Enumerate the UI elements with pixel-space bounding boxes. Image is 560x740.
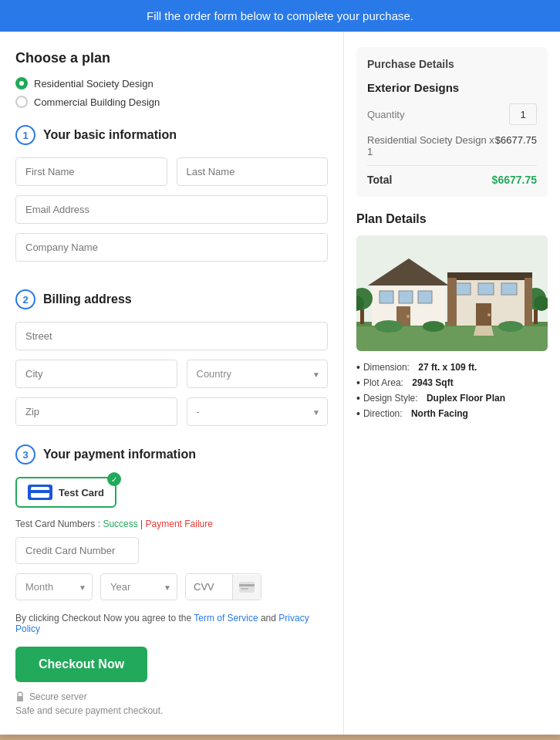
month-select-wrapper: Month ▼ [15, 573, 93, 600]
svg-point-15 [407, 315, 410, 318]
plan-option-commercial-label: Commercial Building Design [34, 96, 160, 108]
svg-rect-16 [455, 283, 471, 295]
plan-options: Residential Society Design Commercial Bu… [15, 77, 328, 108]
step1-number: 1 [15, 125, 35, 145]
plan-details-section: Plan Details [356, 212, 548, 419]
first-name-input[interactable] [15, 157, 167, 186]
total-row: Total $6677.75 [367, 174, 537, 186]
last-name-input[interactable] [177, 157, 329, 186]
svg-rect-2 [241, 588, 248, 590]
billing-section: 2 Billing address Country ▼ [15, 289, 328, 426]
plan-plot: Plot Area: 2943 Sqft [356, 377, 548, 388]
svg-rect-0 [239, 582, 255, 593]
zip-input[interactable] [15, 397, 177, 426]
credit-card-input[interactable] [15, 537, 139, 564]
card-icon [28, 485, 52, 500]
plan-option-residential[interactable]: Residential Society Design [15, 77, 328, 90]
step1-header: 1 Your basic information [15, 125, 328, 145]
test-card-numbers: Test Card Numbers : Success | Payment Fa… [15, 519, 328, 529]
cvv-input[interactable] [186, 574, 232, 600]
svg-rect-18 [501, 283, 517, 295]
success-link[interactable]: Success [103, 519, 137, 529]
svg-point-30 [498, 321, 523, 332]
svg-rect-32 [525, 278, 532, 326]
quantity-label: Quantity [367, 109, 404, 120]
test-card-label: Test Card Numbers : [15, 519, 100, 529]
country-select-wrapper: Country ▼ [187, 360, 329, 388]
month-select[interactable]: Month [15, 573, 93, 600]
plan-direction: Direction: North Facing [356, 408, 548, 419]
plan-option-commercial[interactable]: Commercial Building Design [15, 96, 328, 108]
svg-point-20 [487, 313, 491, 316]
total-label: Total [367, 174, 392, 186]
secure-row: Secure server [15, 691, 328, 702]
item-price: $6677.75 [495, 134, 537, 146]
step2-number: 2 [15, 289, 35, 309]
name-row [15, 157, 328, 186]
state-select[interactable]: - [187, 397, 329, 426]
terms-text: By clicking Checkout Now you agree to th… [15, 613, 328, 634]
svg-rect-3 [17, 696, 23, 701]
svg-rect-10 [447, 272, 532, 280]
quantity-value: 1 [509, 103, 537, 125]
checkout-button[interactable]: Checkout Now [15, 647, 147, 682]
purchase-details-box: Purchase Details Exterior Designs Quanti… [356, 47, 548, 197]
house-image [356, 235, 548, 351]
dimension-label: Dimension: [363, 362, 410, 373]
year-select-wrapper: Year ▼ [100, 573, 177, 600]
terms-mid: and [261, 613, 278, 623]
plot-value: 2943 Sqft [412, 377, 453, 388]
item-row: Residential Society Design x 1 $6677.75 [367, 134, 537, 157]
svg-point-28 [375, 320, 403, 333]
svg-rect-13 [418, 291, 432, 303]
payment-section: 3 Your payment information Test Card ✓ T… [15, 444, 328, 716]
test-card-option[interactable]: Test Card ✓ [15, 477, 116, 508]
country-select[interactable]: Country [187, 360, 329, 388]
total-price: $6677.75 [492, 174, 537, 186]
card-label-text: Test Card [59, 487, 104, 498]
city-input[interactable] [15, 360, 177, 388]
top-banner: Fill the order form below to complete yo… [0, 0, 560, 32]
choose-plan-title: Choose a plan [15, 50, 328, 66]
radio-commercial[interactable] [15, 96, 28, 108]
email-input[interactable] [15, 195, 328, 224]
item-name: Residential Society Design x 1 [367, 134, 495, 157]
checkout-label: Checkout Now [39, 657, 124, 671]
direction-label: Direction: [363, 408, 403, 419]
banner-text: Fill the order form below to complete yo… [147, 9, 413, 22]
svg-rect-17 [478, 283, 494, 295]
direction-value: North Facing [411, 408, 468, 419]
street-input[interactable] [15, 322, 328, 350]
plan-details-title: Plan Details [356, 212, 548, 226]
card-icon-inner [31, 487, 49, 498]
plot-label: Plot Area: [363, 377, 403, 388]
year-select[interactable]: Year [100, 573, 177, 600]
secure-label: Secure server [29, 691, 87, 702]
failure-link[interactable]: Payment Failure [146, 519, 213, 529]
exterior-designs-title: Exterior Designs [367, 81, 537, 94]
step3-number: 3 [15, 444, 35, 465]
expiry-row: Month ▼ Year ▼ [15, 573, 328, 600]
radio-residential[interactable] [15, 77, 28, 90]
plan-style: Design Style: Duplex Floor Plan [356, 393, 548, 404]
plan-details-list: Dimension: 27 ft. x 109 ft. Plot Area: 2… [356, 362, 548, 419]
step3-title: Your payment information [43, 448, 196, 461]
quantity-row: Quantity 1 [367, 103, 537, 125]
purchase-details-title: Purchase Details [367, 58, 537, 70]
city-country-row: Country ▼ [15, 360, 328, 388]
state-select-wrapper: - ▼ [187, 397, 329, 426]
step2-header: 2 Billing address [15, 289, 328, 309]
safe-text: Safe and secure payment checkout. [15, 705, 328, 716]
step3-header: 3 Your payment information [15, 444, 328, 465]
lock-icon [15, 691, 25, 702]
terms-before: By clicking Checkout Now you agree to th… [15, 613, 194, 623]
company-input[interactable] [15, 233, 328, 262]
step2-title: Billing address [43, 292, 132, 306]
svg-rect-11 [380, 291, 393, 303]
svg-rect-1 [239, 584, 255, 586]
zip-state-row: - ▼ [15, 397, 328, 426]
plan-option-residential-label: Residential Society Design [34, 78, 153, 90]
terms-of-service-link[interactable]: Term of Service [194, 613, 258, 623]
cvv-card-icon [232, 575, 261, 600]
right-column: Purchase Details Exterior Designs Quanti… [344, 32, 560, 735]
